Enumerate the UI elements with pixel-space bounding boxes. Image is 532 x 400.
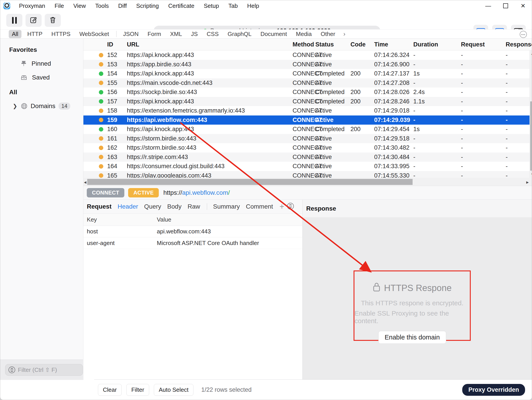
col-duration[interactable]: Duration <box>413 41 461 48</box>
sidebar-filter-input[interactable]: Filter (Ctrl ⇧ F) <box>5 364 83 376</box>
cell-method: CONNECT <box>292 98 315 105</box>
col-status[interactable]: Status <box>315 41 350 48</box>
pinned-label: Pinned <box>32 60 51 67</box>
filter-tab-all[interactable]: All <box>9 30 21 38</box>
col-url[interactable]: URL <box>127 41 292 48</box>
table-row[interactable]: 158https://extension.femetrics.grammarly… <box>83 106 532 116</box>
menu-item-file[interactable]: File <box>50 2 69 9</box>
cell-url: https://app.birdie.so:443 <box>127 61 292 68</box>
filter-tab-graphql[interactable]: GraphQL <box>225 30 255 38</box>
request-tab-header[interactable]: Header <box>118 203 138 210</box>
header-options-icon[interactable] <box>287 203 294 209</box>
tab-divider <box>116 31 116 37</box>
cell-time: 07:14:28.026 <box>374 89 413 96</box>
table-row[interactable]: 160https://api.knock.app:443CONNECTCompl… <box>83 125 532 134</box>
filter-tab-css[interactable]: CSS <box>203 30 222 38</box>
clear-session-button[interactable] <box>45 14 61 27</box>
filter-tab-websocket[interactable]: WebSocket <box>76 30 112 38</box>
scroll-down-icon[interactable]: ▼ <box>530 172 532 177</box>
filter-tab-xml[interactable]: XML <box>167 30 185 38</box>
filter-tab-other[interactable]: Other <box>317 30 338 38</box>
scroll-up-icon[interactable]: ▲ <box>530 51 532 56</box>
cell-response: - <box>506 80 532 86</box>
cell-dot <box>83 118 107 122</box>
table-row[interactable]: 159https://api.webflow.com:443CONNECTAct… <box>83 116 532 125</box>
cell-time: 07:14:29.454 <box>374 126 413 133</box>
menu-item-diff[interactable]: Diff <box>114 2 132 9</box>
window-controls: — ✕ <box>479 0 532 11</box>
request-tab-raw[interactable]: Raw <box>188 203 200 210</box>
menu-item-tools[interactable]: Tools <box>91 2 114 9</box>
menu-item-view[interactable]: View <box>69 2 91 9</box>
scroll-right-icon[interactable]: ▸ <box>526 179 529 185</box>
maximize-button[interactable] <box>497 0 514 11</box>
col-time[interactable]: Time <box>374 41 413 48</box>
enable-domain-button[interactable]: Enable this domain <box>378 331 446 344</box>
minimize-button[interactable]: — <box>479 0 497 11</box>
table-row[interactable]: 156https://sockp.birdie.so:443CONNECTCom… <box>83 87 532 97</box>
pause-button[interactable] <box>6 14 22 27</box>
menu-item-scripting[interactable]: Scripting <box>132 2 164 9</box>
cell-id: 152 <box>107 52 127 59</box>
request-tab-body[interactable]: Body <box>167 203 182 210</box>
filter-tab-js[interactable]: JS <box>188 30 201 38</box>
more-options-icon[interactable]: ••• <box>520 31 527 38</box>
menu-item-proxyman[interactable]: Proxyman <box>14 2 50 9</box>
col-method[interactable]: Method <box>292 41 315 48</box>
filter-tab-document[interactable]: Document <box>257 30 290 38</box>
compose-button[interactable] <box>25 14 42 27</box>
table-row[interactable]: 164https://consumer.cloud.gist.build:443… <box>83 162 532 171</box>
request-tab-summary[interactable]: Summary <box>213 203 240 210</box>
kv-key-col: Key <box>87 216 157 223</box>
table-row[interactable]: 165https://play.googleapis.com:443CONNEC… <box>83 171 532 178</box>
filter-tabs-primary: AllHTTPHTTPSWebSocket <box>9 30 115 38</box>
header-row[interactable]: user-agentMicrosoft ASP.NET Core OAuth h… <box>83 237 302 249</box>
table-row[interactable]: 152https://api.knock.app:443CONNECTActiv… <box>83 50 532 60</box>
header-rows: hostapi.webflow.com:443user-agentMicroso… <box>83 226 302 249</box>
menu-item-tab[interactable]: Tab <box>224 2 242 9</box>
menu-item-setup[interactable]: Setup <box>199 2 224 9</box>
filter-tab-http[interactable]: HTTP <box>24 30 46 38</box>
filter-tab-json[interactable]: JSON <box>120 30 142 38</box>
col-response[interactable]: Response <box>506 41 532 48</box>
cell-time: 07:14:27.208 <box>374 80 413 86</box>
table-row[interactable]: 163https://r.stripe.com:443CONNECTActive… <box>83 153 532 162</box>
filter-tab-form[interactable]: Form <box>145 30 164 38</box>
filter-button[interactable]: Filter <box>126 384 149 396</box>
request-tab-comment[interactable]: Comment <box>246 203 273 210</box>
filter-tab-https[interactable]: HTTPS <box>48 30 74 38</box>
horizontal-scrollbar[interactable]: ◂ ▸ <box>83 178 532 186</box>
vertical-scroll-thumb[interactable] <box>530 101 532 171</box>
auto-select-button[interactable]: Auto Select <box>154 384 193 396</box>
table-row[interactable]: 161https://storm.birdie.so:443CONNECTAct… <box>83 134 532 143</box>
menu-item-help[interactable]: Help <box>242 2 264 9</box>
header-row[interactable]: hostapi.webflow.com:443 <box>83 226 302 237</box>
table-row[interactable]: 153https://app.birdie.so:443CONNECTActiv… <box>83 60 532 69</box>
cell-response: - <box>506 117 532 123</box>
table-row[interactable]: 157https://api.knock.app:443CONNECTCompl… <box>83 97 532 106</box>
sidebar-footer: Filter (Ctrl ⇧ F) <box>0 360 83 380</box>
expand-chevron-icon[interactable]: ❯ <box>13 103 17 109</box>
sidebar-item-saved[interactable]: Saved <box>21 74 83 81</box>
col-id[interactable]: ID <box>107 41 127 48</box>
clear-button[interactable]: Clear <box>98 384 122 396</box>
cell-id: 154 <box>107 70 127 77</box>
horizontal-scroll-thumb[interactable] <box>87 179 412 185</box>
cell-duration: - <box>413 61 461 68</box>
add-tab-button[interactable]: + <box>279 202 284 211</box>
col-request[interactable]: Request <box>461 41 506 48</box>
table-row[interactable]: 154https://api.knock.app:443CONNECTCompl… <box>83 69 532 78</box>
filter-tab-media[interactable]: Media <box>293 30 315 38</box>
close-button[interactable]: ✕ <box>514 0 532 11</box>
scroll-left-icon[interactable]: ◂ <box>84 179 86 185</box>
request-tab-query[interactable]: Query <box>144 203 161 210</box>
tabs-overflow-chevron-icon[interactable]: › <box>343 30 345 37</box>
table-row[interactable]: 155https://main.vscode-cdn.net:443CONNEC… <box>83 78 532 88</box>
table-row[interactable]: 162https://storm.birdie.so:443CONNECTAct… <box>83 143 532 153</box>
proxy-overridden-button[interactable]: Proxy Overridden <box>462 384 525 396</box>
sidebar-item-pinned[interactable]: Pinned <box>21 60 83 67</box>
sidebar-item-domains[interactable]: ❯ Domains 14 <box>13 103 83 110</box>
col-code[interactable]: Code <box>350 41 374 48</box>
menu-item-certificate[interactable]: Certificate <box>164 2 199 9</box>
vertical-scrollbar[interactable]: ▲ ▼ <box>530 50 532 178</box>
